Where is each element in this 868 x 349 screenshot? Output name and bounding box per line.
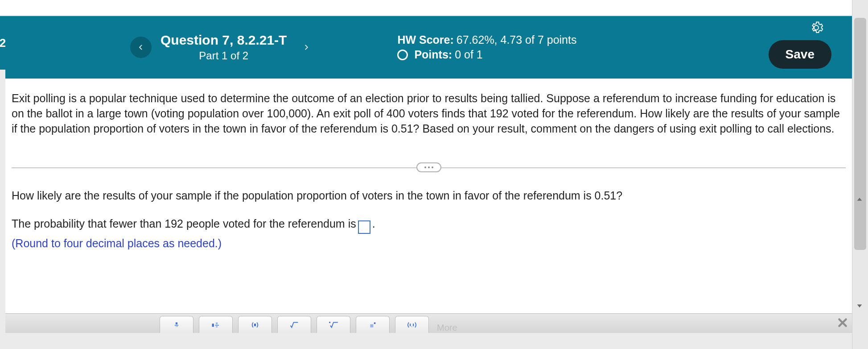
answer-text-after: . <box>372 214 375 233</box>
probability-input[interactable] <box>358 220 370 234</box>
chevron-right-icon <box>303 44 309 50</box>
tool-button-6[interactable] <box>356 316 390 333</box>
dot-icon <box>424 166 426 168</box>
answer-prompt: How likely are the results of your sampl… <box>12 186 841 205</box>
prev-question-button[interactable] <box>130 37 152 58</box>
svg-rect-10 <box>370 324 373 327</box>
fraction-bar-icon <box>170 320 183 329</box>
answer-area: How likely are the results of your sampl… <box>5 186 852 253</box>
problem-statement: Exit polling is a popular technique used… <box>5 79 852 140</box>
svg-rect-1 <box>175 325 178 325</box>
exponent-icon <box>366 320 379 329</box>
top-white-strip <box>0 0 852 16</box>
header-right-controls: Save <box>769 19 831 69</box>
points-status-icon <box>397 50 408 60</box>
question-header: Question 7, 8.2.21-T Part 1 of 2 HW Scor… <box>5 16 852 79</box>
svg-rect-8 <box>254 324 256 326</box>
mixed-number-icon <box>210 320 222 329</box>
expand-collapse-button[interactable] <box>416 162 441 172</box>
section-divider <box>12 162 846 173</box>
answer-sentence: The probability that fewer than 192 peop… <box>12 214 841 233</box>
toolbar: , More <box>5 313 852 333</box>
svg-rect-2 <box>176 326 177 326</box>
svg-rect-12 <box>410 324 411 326</box>
svg-text:,: , <box>411 323 412 328</box>
save-button[interactable]: Save <box>769 40 831 69</box>
question-number: Question 7, 8.2.21-T <box>160 33 287 48</box>
dot-icon <box>432 166 433 168</box>
more-tools-label[interactable]: More <box>432 323 457 333</box>
points-value: 0 of 1 <box>455 48 483 61</box>
interval-icon: , <box>406 320 418 329</box>
svg-rect-11 <box>374 322 376 324</box>
content-area: Exit polling is a popular technique used… <box>5 79 852 333</box>
rounding-instruction: (Round to four decimal places as needed.… <box>12 234 841 253</box>
sqrt-icon <box>288 320 300 329</box>
next-question-button[interactable] <box>296 37 317 58</box>
tool-button-7[interactable]: , <box>395 316 429 333</box>
scroll-up-button[interactable] <box>855 195 864 204</box>
page-scrollbar[interactable] <box>852 0 868 349</box>
tool-button-4[interactable] <box>277 316 311 333</box>
close-icon <box>837 317 848 328</box>
svg-rect-6 <box>215 325 219 325</box>
tool-button-2[interactable] <box>199 316 233 333</box>
svg-rect-9 <box>329 322 330 323</box>
svg-rect-0 <box>176 322 177 324</box>
question-part: Part 1 of 2 <box>160 50 287 62</box>
nav-group: Question 7, 8.2.21-T Part 1 of 2 <box>130 33 317 62</box>
tool-button-1[interactable] <box>160 316 193 333</box>
score-group: HW Score: 67.62%, 4.73 of 7 points Point… <box>397 32 576 63</box>
left-sliver: 2 <box>0 16 5 70</box>
dot-icon <box>428 166 430 168</box>
nth-root-icon <box>327 320 340 329</box>
points-label: Points: <box>414 48 452 61</box>
settings-button[interactable] <box>807 19 825 37</box>
points-line: Points: 0 of 1 <box>397 48 576 61</box>
triangle-up-icon <box>856 196 863 203</box>
svg-rect-5 <box>216 322 218 324</box>
gear-icon <box>810 21 823 34</box>
page-root: 2 Question 7, 8.2.21-T Part 1 of 2 HW Sc… <box>0 0 868 349</box>
svg-rect-4 <box>212 324 214 327</box>
svg-rect-7 <box>216 326 218 327</box>
tool-button-5[interactable] <box>317 316 350 333</box>
tool-button-3[interactable] <box>238 316 272 333</box>
parentheses-icon <box>249 320 261 329</box>
svg-rect-14 <box>413 324 414 326</box>
triangle-down-icon <box>856 302 863 309</box>
scroll-down-button[interactable] <box>855 301 864 311</box>
chevron-left-icon <box>138 44 144 50</box>
question-title-block: Question 7, 8.2.21-T Part 1 of 2 <box>160 33 287 62</box>
hw-score-value: 67.62%, 4.73 of 7 points <box>457 33 577 46</box>
answer-text-before: The probability that fewer than 192 peop… <box>12 214 356 233</box>
svg-rect-3 <box>177 326 177 326</box>
hw-score-label: HW Score: <box>397 33 453 46</box>
close-toolbar-button[interactable] <box>837 317 848 330</box>
hw-score-line: HW Score: 67.62%, 4.73 of 7 points <box>397 33 576 46</box>
scrollbar-thumb[interactable] <box>854 18 866 250</box>
